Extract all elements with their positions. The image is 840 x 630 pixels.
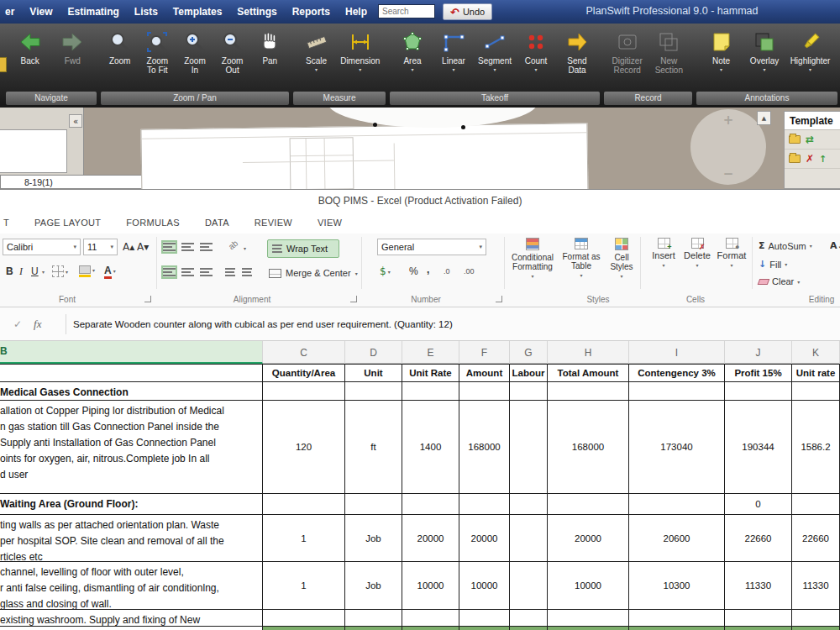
- align-bottom-icon[interactable]: [200, 242, 213, 252]
- align-right-icon[interactable]: [200, 267, 213, 277]
- scroll-up-button[interactable]: ▲: [757, 111, 771, 125]
- cell-g[interactable]: [510, 627, 548, 630]
- segment-button[interactable]: Segment ▾: [477, 29, 512, 71]
- cell-h[interactable]: [548, 610, 629, 627]
- percent-style-button[interactable]: %: [409, 265, 418, 277]
- cell-e[interactable]: [402, 627, 459, 630]
- cell-d[interactable]: [345, 627, 402, 630]
- dialog-launcher-font[interactable]: [144, 296, 151, 302]
- cell-c[interactable]: 120: [263, 401, 345, 494]
- decrease-indent-icon[interactable]: [225, 267, 235, 277]
- column-header-g[interactable]: G: [510, 341, 548, 364]
- cell-d[interactable]: ft: [345, 401, 402, 494]
- cell-k[interactable]: [792, 382, 840, 401]
- cell-k[interactable]: 22660: [792, 515, 840, 562]
- cell-h[interactable]: 20000: [548, 515, 629, 562]
- cell-j[interactable]: Profit 15%: [725, 365, 792, 382]
- cell-d[interactable]: Unit: [345, 365, 402, 382]
- tab-page-layout[interactable]: PAGE LAYOUT: [33, 218, 102, 228]
- enter-check-icon[interactable]: ✓: [13, 318, 22, 330]
- wrap-text-button[interactable]: Wrap Text: [267, 239, 339, 258]
- dimension-button[interactable]: Dimension ▾: [340, 29, 380, 71]
- area-button[interactable]: Area ▾: [395, 29, 430, 71]
- menu-item-clipped[interactable]: er: [0, 6, 22, 18]
- collapse-panel-button[interactable]: «: [69, 114, 82, 128]
- insert-function-button[interactable]: fx: [34, 318, 41, 331]
- cell-e[interactable]: 10000: [402, 562, 459, 610]
- cell-h[interactable]: [548, 494, 629, 515]
- cell-c[interactable]: 1: [263, 515, 345, 562]
- cell-b[interactable]: channel, levelling of floor with outer l…: [0, 562, 263, 610]
- cell-k[interactable]: 1586.2: [792, 401, 840, 494]
- cell-d[interactable]: Job: [345, 515, 402, 562]
- cell-i[interactable]: 20600: [629, 515, 725, 562]
- increase-decimal-button[interactable]: .0: [444, 267, 450, 276]
- menu-item-templates[interactable]: Templates: [165, 6, 229, 18]
- count-button[interactable]: Count ▾: [518, 29, 554, 71]
- cell-g[interactable]: Labour: [510, 365, 548, 382]
- cell-e[interactable]: 20000: [402, 515, 459, 562]
- format-as-table-button[interactable]: Format as Table ▾: [559, 238, 603, 280]
- zoom-wheel-widget[interactable]: + −: [690, 109, 766, 185]
- linear-button[interactable]: Linear ▾: [436, 29, 471, 71]
- cell-f[interactable]: 168000: [459, 401, 510, 494]
- column-header-d[interactable]: D: [345, 341, 402, 364]
- format-cells-button[interactable]: ● Format ▾: [714, 238, 749, 270]
- tab-data[interactable]: DATA: [203, 218, 231, 228]
- menu-item-view[interactable]: View: [22, 6, 60, 18]
- cell-g[interactable]: [510, 401, 548, 494]
- zoom-to-fit-button[interactable]: Zoom To Fit: [139, 29, 175, 75]
- tab-review[interactable]: REVIEW: [253, 218, 294, 228]
- insert-cells-button[interactable]: + Insert ▾: [647, 238, 680, 270]
- cell-k[interactable]: 11330: [792, 562, 840, 610]
- align-left-icon[interactable]: [163, 267, 176, 277]
- cell-d[interactable]: Job: [345, 562, 402, 610]
- cell-d[interactable]: [345, 610, 402, 627]
- zoom-out-button[interactable]: Zoom Out: [215, 29, 250, 75]
- conditional-formatting-button[interactable]: Conditional Formatting ▾: [507, 238, 558, 281]
- cell-d[interactable]: [345, 494, 402, 515]
- cell-i[interactable]: Contengency 3%: [629, 365, 725, 382]
- cell-styles-button[interactable]: Cell Styles ▾: [603, 238, 640, 281]
- cell-h[interactable]: 168000: [548, 401, 629, 494]
- dialog-launcher-number[interactable]: [496, 296, 502, 302]
- menu-item-help[interactable]: Help: [338, 6, 375, 18]
- column-header-b[interactable]: B: [0, 341, 263, 364]
- sort-filter-button-clipped[interactable]: A↓: [830, 240, 840, 251]
- cell-c[interactable]: [263, 627, 345, 630]
- cell-d[interactable]: [345, 382, 402, 401]
- font-color-button[interactable]: A▾: [104, 265, 116, 276]
- cell-c[interactable]: 1: [263, 562, 345, 610]
- cell-f[interactable]: 10000: [459, 562, 510, 610]
- cell-c[interactable]: Quantity/Area: [263, 365, 345, 382]
- orientation-button[interactable]: ab: [227, 239, 240, 252]
- cell-i[interactable]: 173040: [629, 401, 725, 494]
- new-section-button[interactable]: New Section: [651, 29, 686, 75]
- cell-h[interactable]: 10000: [548, 562, 629, 610]
- column-header-j[interactable]: J: [725, 341, 792, 364]
- tab-view[interactable]: VIEW: [316, 218, 344, 228]
- underline-button[interactable]: U: [31, 265, 39, 277]
- align-center-icon[interactable]: [181, 267, 194, 277]
- grow-font-button[interactable]: A▴: [123, 241, 134, 253]
- tab-formulas[interactable]: FORMULAS: [124, 218, 181, 228]
- decrease-decimal-button[interactable]: .00: [464, 267, 475, 276]
- cell-f[interactable]: Amount: [459, 365, 510, 382]
- cell-i[interactable]: [629, 610, 725, 627]
- formula-input[interactable]: Separate Wooden counter along with cubic…: [66, 319, 840, 329]
- cell-b[interactable]: existing washroom. Supply and fixing of …: [0, 610, 263, 627]
- cell-b[interactable]: Waiting Area (Ground Floor):: [0, 494, 263, 515]
- cell-i[interactable]: 10300: [629, 562, 725, 610]
- zoom-wheel-minus-icon[interactable]: −: [723, 166, 734, 181]
- clear-button[interactable]: Clear ▾: [759, 276, 800, 286]
- comma-style-button[interactable]: ,: [427, 264, 429, 276]
- column-header-i[interactable]: I: [629, 341, 725, 364]
- export-template-icon[interactable]: ↑: [819, 155, 827, 164]
- pan-button[interactable]: Pan: [252, 29, 287, 66]
- drawing-canvas[interactable]: [140, 123, 588, 189]
- cell-c[interactable]: [263, 382, 345, 401]
- cell-g[interactable]: [510, 515, 548, 562]
- digitizer-record-button[interactable]: Digitizer Record: [610, 29, 645, 75]
- autosum-button[interactable]: Σ AutoSum ▾: [759, 240, 812, 251]
- note-button[interactable]: Note ▾: [704, 29, 739, 71]
